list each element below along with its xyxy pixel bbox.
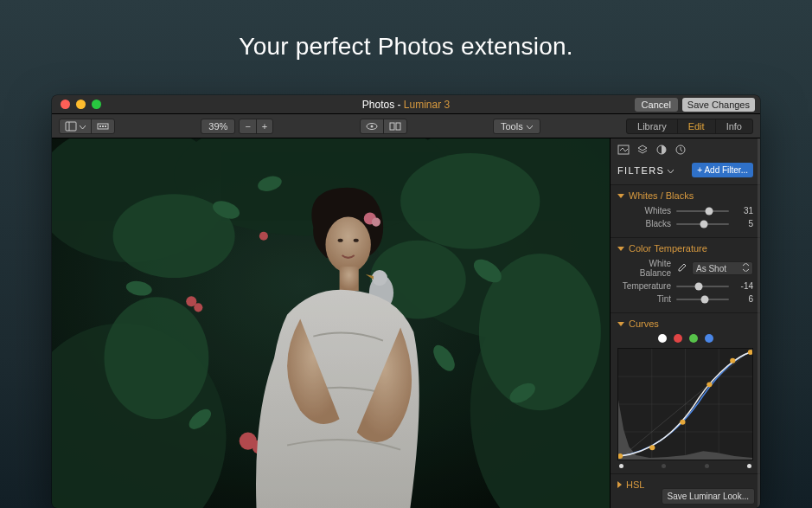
slider-value: 6 xyxy=(734,294,753,304)
tools-label: Tools xyxy=(501,121,523,132)
toggle-filmstrip-button[interactable] xyxy=(92,119,114,133)
slider-blacks[interactable]: Blacks 5 xyxy=(617,219,753,228)
mask-icon[interactable] xyxy=(655,144,668,156)
save-luminar-look-button[interactable]: Save Luminar Look... xyxy=(662,488,756,505)
slider-tint[interactable]: Tint 6 xyxy=(617,294,753,304)
range-dot[interactable] xyxy=(705,464,709,468)
zoom-out-button[interactable]: − xyxy=(240,119,256,133)
svg-rect-8 xyxy=(390,123,394,130)
save-changes-button[interactable]: Save Changes xyxy=(682,98,755,112)
slider-track[interactable] xyxy=(676,223,729,225)
svg-rect-5 xyxy=(105,125,106,127)
panel-scrollbar[interactable] xyxy=(758,138,760,508)
workspace-icon[interactable] xyxy=(617,144,630,156)
window-title-sep: - xyxy=(394,99,404,111)
slider-track[interactable] xyxy=(676,286,729,287)
wb-value: As Shot xyxy=(696,264,726,273)
zoom-level[interactable]: 39% xyxy=(201,119,235,134)
toggle-sidebar-button[interactable] xyxy=(60,119,92,133)
zoom-window-button[interactable] xyxy=(92,100,101,109)
slider-thumb[interactable] xyxy=(700,295,708,303)
section-title: Color Temperature xyxy=(629,243,707,254)
section-title: Curves xyxy=(629,318,659,329)
triangle-down-icon xyxy=(617,322,624,326)
slider-whites[interactable]: Whites 31 xyxy=(617,206,753,215)
minus-icon: − xyxy=(245,121,250,132)
svg-point-57 xyxy=(748,350,752,355)
tab-info[interactable]: Info xyxy=(716,119,752,133)
slider-label: Blacks xyxy=(617,219,671,228)
range-dot[interactable] xyxy=(747,464,751,468)
slider-thumb[interactable] xyxy=(695,282,703,290)
tab-edit[interactable]: Edit xyxy=(678,119,716,133)
slider-temperature[interactable]: Temperature -14 xyxy=(617,281,753,291)
section-color-temperature: Color Temperature White Balance As Shot … xyxy=(611,237,760,312)
photo-credit: © DeMuñoz xyxy=(52,466,54,503)
sidebar-icon xyxy=(65,120,77,132)
section-curves: Curves xyxy=(611,312,760,473)
filters-header[interactable]: FILTERS xyxy=(617,165,674,176)
mode-tabs: Library Edit Info xyxy=(626,119,753,134)
history-icon[interactable] xyxy=(675,144,687,156)
minimize-window-button[interactable] xyxy=(76,100,86,109)
channel-luma[interactable] xyxy=(658,334,667,343)
slider-label: Temperature xyxy=(617,281,671,291)
white-balance-row: White Balance As Shot xyxy=(617,259,753,278)
white-balance-select[interactable]: As Shot xyxy=(692,261,753,275)
traffic-lights xyxy=(52,100,101,109)
slider-track[interactable] xyxy=(676,210,729,212)
slider-thumb[interactable] xyxy=(705,207,713,215)
curves-editor[interactable] xyxy=(617,348,753,460)
section-title: Whites / Blacks xyxy=(629,190,694,201)
wb-label: White Balance xyxy=(617,259,671,278)
slider-label: Tint xyxy=(617,294,671,304)
section-header-whites-blacks[interactable]: Whites / Blacks xyxy=(617,190,753,201)
edited-photo xyxy=(52,138,610,508)
compare-icon xyxy=(389,120,401,132)
svg-point-7 xyxy=(370,125,373,127)
svg-rect-9 xyxy=(396,123,400,130)
image-canvas[interactable]: © DeMuñoz xyxy=(52,138,610,508)
chevron-down-icon xyxy=(668,165,674,176)
slider-thumb[interactable] xyxy=(700,220,708,228)
eyedropper-button[interactable] xyxy=(675,262,687,274)
add-filter-button[interactable]: + Add Filter... xyxy=(692,163,753,177)
updown-icon xyxy=(743,263,749,273)
slider-label: Whites xyxy=(617,206,671,215)
channel-blue[interactable] xyxy=(705,334,713,343)
window-titlebar: Photos - Luminar 3 Cancel Save Changes xyxy=(52,95,760,114)
tools-dropdown[interactable]: Tools xyxy=(493,119,540,134)
range-dot[interactable] xyxy=(662,464,666,468)
svg-rect-3 xyxy=(99,125,101,127)
toolbar: 39% − + Tools xyxy=(52,114,760,138)
section-header-color-temperature[interactable]: Color Temperature xyxy=(617,243,753,254)
eye-icon xyxy=(366,120,378,132)
svg-rect-41 xyxy=(52,138,610,508)
filters-panel: FILTERS + Add Filter... Whites / Blacks … xyxy=(610,138,760,508)
layers-icon[interactable] xyxy=(636,144,649,156)
svg-rect-4 xyxy=(102,125,104,127)
sidebar-toggle-segment xyxy=(59,119,115,134)
cancel-button[interactable]: Cancel xyxy=(635,98,678,112)
svg-rect-0 xyxy=(66,122,76,131)
compare-toggle-button[interactable] xyxy=(384,119,406,133)
range-dot[interactable] xyxy=(619,464,623,468)
close-window-button[interactable] xyxy=(61,100,70,109)
zoom-in-button[interactable]: + xyxy=(257,119,272,133)
chevron-down-icon xyxy=(80,121,86,132)
channel-green[interactable] xyxy=(689,334,698,343)
svg-point-53 xyxy=(649,445,655,450)
tab-library[interactable]: Library xyxy=(627,119,678,133)
section-header-curves[interactable]: Curves xyxy=(617,318,753,329)
filters-label: FILTERS xyxy=(617,165,664,176)
triangle-down-icon xyxy=(617,194,624,198)
svg-point-56 xyxy=(730,358,735,363)
slider-track[interactable] xyxy=(676,299,729,300)
curves-range-dots xyxy=(617,464,753,468)
preview-toggle-button[interactable] xyxy=(361,119,384,133)
channel-red[interactable] xyxy=(674,334,682,343)
section-title: HSL xyxy=(626,479,644,490)
filmstrip-icon xyxy=(97,120,109,132)
app-window: Photos - Luminar 3 Cancel Save Changes xyxy=(52,95,760,508)
slider-value: -14 xyxy=(734,281,753,291)
